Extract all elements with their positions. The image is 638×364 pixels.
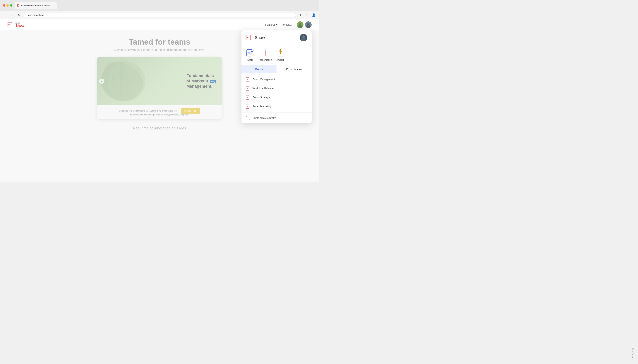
svg-marker-25 — [247, 79, 248, 80]
svg-marker-15 — [247, 37, 249, 38]
list-item-icon-work-life-balance — [246, 86, 250, 90]
import-action-button[interactable]: Import — [276, 49, 285, 61]
svg-marker-27 — [247, 88, 248, 89]
browser-tab[interactable]: Online Presentation Software × — [15, 2, 57, 9]
traffic-light-green[interactable] — [10, 4, 12, 7]
site-header: Zoho Show Features ▾ Templa... — [0, 19, 319, 30]
svg-marker-3 — [9, 24, 10, 26]
list-item-event-management[interactable]: Event Management — [242, 75, 312, 84]
draft-action-button[interactable]: Draft — [246, 49, 254, 61]
bookmark-icon[interactable]: ★ — [298, 13, 303, 17]
list-item-icon-brand-strategy — [246, 95, 250, 100]
tab-drafts[interactable]: Drafts — [242, 65, 277, 73]
slide-description: Understanding the Marketing Mix and the … — [97, 105, 222, 119]
list-item-label-brand-strategy: Brand Strategy — [253, 96, 270, 99]
slide-heading-line3: Management. — [186, 84, 216, 89]
bottom-text: Real time collaboration on slides — [0, 126, 319, 130]
logo-zoho: Zoho — [16, 22, 24, 24]
panel-header: Show — [242, 30, 312, 45]
header-avatars — [297, 22, 312, 28]
amy-badge: Amy — [210, 80, 216, 83]
panel-actions: Draft Presentation — [242, 45, 312, 65]
dropdown-panel: Show — [242, 30, 312, 123]
import-icon — [276, 49, 285, 57]
header-nav: Features ▾ Templa... — [265, 22, 312, 28]
address-bar[interactable]: Zoho.com/show/ — [24, 13, 296, 17]
traffic-light-red[interactable] — [3, 4, 5, 7]
panel-user-avatar[interactable] — [300, 34, 307, 41]
tab-favicon — [17, 4, 20, 7]
nav-bar: ← → ↻ Zoho.com/show/ ★ ⬡ 👤 — [0, 11, 319, 19]
slide-background: ‹ Fundamentals of Marketin Amy Managemen… — [97, 57, 222, 105]
import-label: Import — [277, 58, 284, 61]
draft-icon — [246, 49, 254, 57]
slide-area: ‹ Fundamentals of Marketin Amy Managemen… — [97, 57, 222, 119]
tab-bar: Online Presentation Software × — [15, 2, 316, 9]
slide-text-area: Fundamentals of Marketin Amy Management. — [186, 73, 216, 89]
traffic-light-yellow[interactable] — [7, 4, 9, 7]
profile-icon[interactable]: 👤 — [312, 13, 316, 17]
list-item-brand-strategy[interactable]: Brand Strategy — [242, 93, 312, 102]
slide-prev-button[interactable]: ‹ — [99, 78, 104, 84]
tab-presentations[interactable]: Presentations — [277, 65, 312, 73]
zoho-logo[interactable]: Zoho Show — [8, 22, 24, 28]
list-items: Event Management Work-Life Balance — [242, 74, 312, 112]
list-item-label-work-life-balance: Work-Life Balance — [253, 87, 274, 90]
logo-text: Zoho Show — [16, 22, 24, 27]
list-item-label-smart-marketing: Smart Marketing — [253, 105, 272, 108]
presentation-icon — [261, 49, 269, 57]
back-button[interactable]: ← — [3, 12, 8, 18]
nav-buttons: ← → ↻ — [3, 12, 22, 18]
svg-point-7 — [306, 25, 311, 28]
forward-button[interactable]: → — [10, 12, 15, 18]
traffic-lights — [3, 4, 12, 7]
list-item-work-life-balance[interactable]: Work-Life Balance — [242, 84, 312, 93]
footer-help-text: How to create a Draft? — [252, 116, 276, 119]
logo-icon — [8, 22, 14, 28]
logo-show: Show — [16, 24, 24, 27]
presentation-action-button[interactable]: Presentation — [259, 49, 272, 61]
slide-container: ‹ Fundamentals of Marketin Amy Managemen… — [56, 57, 263, 119]
website-content: Zoho Show Features ▾ Templa... — [0, 19, 319, 182]
slide-heading-line1: Fundamentals — [186, 73, 216, 78]
svg-point-5 — [298, 25, 302, 28]
svg-marker-29 — [247, 97, 248, 98]
list-item-smart-marketing[interactable]: Smart Marketing — [242, 102, 312, 111]
list-item-label-event-management: Event Management — [253, 78, 275, 81]
panel-title: Show — [255, 35, 265, 40]
svg-point-17 — [302, 36, 305, 38]
svg-point-4 — [299, 23, 301, 25]
extensions-icon[interactable]: ⬡ — [305, 13, 309, 17]
tab-close-button[interactable]: × — [52, 4, 55, 7]
leaf-illustration — [97, 57, 149, 105]
slide-cta-button[interactable]: MAKE THIS — [181, 108, 200, 114]
user-avatar-1[interactable] — [297, 22, 304, 28]
tabs-row: Drafts Presentations — [242, 65, 312, 74]
list-item-icon-smart-marketing — [246, 104, 250, 108]
footer-play-icon: ▶ — [246, 116, 250, 120]
list-item-icon-event-management — [246, 77, 250, 82]
panel-footer[interactable]: ▶ How to create a Draft? — [242, 112, 312, 123]
svg-marker-1 — [17, 5, 18, 6]
nav-icons: ★ ⬡ 👤 — [298, 13, 316, 17]
slide-heading-line2: of Marketin Amy — [186, 78, 216, 84]
refresh-button[interactable]: ↻ — [16, 12, 22, 18]
presentation-label: Presentation — [259, 58, 272, 61]
tab-title: Online Presentation Software — [21, 4, 50, 7]
nav-item-templates[interactable]: Templa... — [282, 23, 292, 26]
browser-chrome: Online Presentation Software × — [0, 0, 319, 11]
svg-marker-31 — [247, 106, 248, 107]
draft-label: Draft — [247, 58, 253, 61]
user-avatar-2[interactable] — [305, 22, 312, 28]
svg-point-6 — [307, 23, 310, 25]
nav-item-features[interactable]: Features ▾ — [265, 23, 278, 26]
panel-logo-icon — [246, 34, 253, 41]
